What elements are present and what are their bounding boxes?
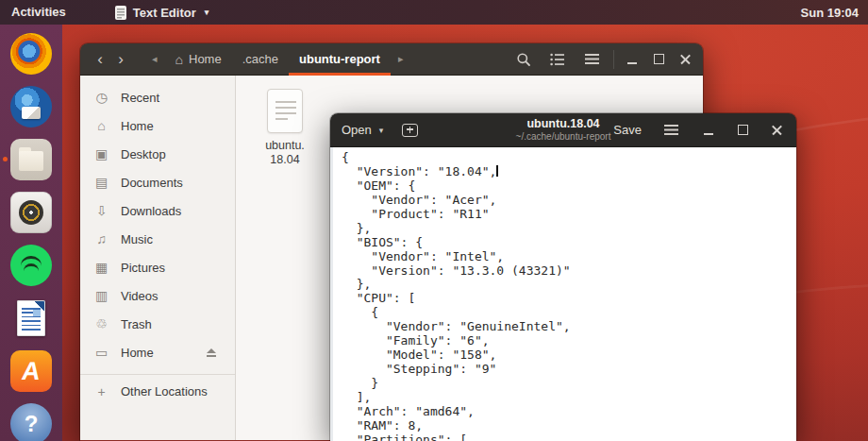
breadcrumb-home-label: Home xyxy=(189,52,222,66)
sidebar-item[interactable]: ⇩ Downloads xyxy=(80,196,235,225)
editor-line: "OEM": { xyxy=(342,179,796,194)
minimize-button[interactable] xyxy=(700,122,717,139)
maximize-button[interactable] xyxy=(650,51,667,68)
activities-button[interactable]: Activities xyxy=(0,0,77,25)
sidebar-item[interactable]: ▦ Pictures xyxy=(80,253,235,281)
app-menu-label: Text Editor xyxy=(133,6,196,20)
sidebar-item-label: Desktop xyxy=(121,147,166,161)
sidebar-item[interactable]: ◷ Recent xyxy=(80,83,235,111)
sidebar-item-icon: ◷ xyxy=(93,90,109,105)
dock-app-icon xyxy=(10,297,52,339)
sidebar-item-icon: ⇩ xyxy=(93,203,109,218)
files-sidebar: ◷ Recent ⌂ Home ▣ Desktop ▤ Documents xyxy=(80,76,236,440)
sidebar-item[interactable]: ♲ Trash xyxy=(80,310,235,338)
open-button[interactable]: Open ▾ xyxy=(342,123,383,137)
text-cursor xyxy=(496,165,498,177)
path-scroll-left-icon[interactable]: ◂ xyxy=(144,53,165,65)
editor-line: "Vendor": "Acer", xyxy=(342,194,796,208)
editor-line: "Vendor": "Intel", xyxy=(342,250,796,264)
back-button[interactable]: ‹ xyxy=(90,43,110,76)
dock-app-icon: ? xyxy=(10,403,52,441)
chevron-down-icon: ▾ xyxy=(379,126,384,135)
sidebar-item-label: Pictures xyxy=(121,261,165,275)
editor-line: { xyxy=(342,306,796,320)
close-button[interactable] xyxy=(676,51,693,68)
editor-title-block: ubuntu.18.04 ~/.cache/ubuntu-report xyxy=(516,117,611,143)
sidebar-item-label: Other Locations xyxy=(121,384,208,399)
dock-item[interactable] xyxy=(0,245,62,286)
sidebar-item[interactable]: ▤ Documents xyxy=(80,168,235,196)
editor-line: "Family": "6", xyxy=(342,334,796,348)
editor-line: "Stepping": "9" xyxy=(342,363,796,377)
plus-icon: + xyxy=(93,384,109,399)
dock-app-icon xyxy=(10,245,52,286)
close-button[interactable] xyxy=(768,122,785,139)
sidebar-item[interactable]: ▥ Videos xyxy=(80,281,235,310)
sidebar-item-other-locations[interactable]: +Other Locations xyxy=(80,374,235,402)
new-tab-icon[interactable] xyxy=(402,124,418,137)
top-bar: Activities Text Editor ▾ Sun 19:04 xyxy=(0,0,868,25)
breadcrumb-current-label: ubuntu-report xyxy=(299,52,380,66)
dock-item[interactable] xyxy=(0,192,62,233)
dock-app-icon xyxy=(10,86,52,127)
save-button[interactable]: Save xyxy=(613,123,642,137)
minimize-button[interactable] xyxy=(624,51,641,68)
clock[interactable]: Sun 19:04 xyxy=(792,6,868,20)
breadcrumb-cache[interactable]: .cache xyxy=(232,43,289,76)
forward-button[interactable]: › xyxy=(110,43,131,76)
dock-item[interactable] xyxy=(0,139,62,180)
sidebar-item[interactable]: ▣ Desktop xyxy=(80,140,235,168)
path-scroll-right-icon[interactable]: ▸ xyxy=(391,53,411,65)
list-view-icon[interactable] xyxy=(545,47,570,72)
sidebar-item-icon: ⌂ xyxy=(93,118,109,133)
breadcrumb: ◂ ⌂ Home .cache ubuntu-report ▸ xyxy=(144,43,410,76)
editor-line: "Vendor": "GenuineIntel", xyxy=(342,320,796,334)
breadcrumb-current[interactable]: ubuntu-report xyxy=(289,43,391,76)
sidebar-item-icon: ▥ xyxy=(93,288,109,303)
editor-line: } xyxy=(342,377,796,391)
editor-line: "Arch": "amd64", xyxy=(342,405,796,419)
sidebar-item-icon: ▣ xyxy=(93,146,109,161)
file-item-ubuntu-18-04[interactable]: ubuntu. 18.04 xyxy=(247,89,323,166)
sidebar-item[interactable]: ▭ Home xyxy=(80,338,235,366)
dock-item[interactable] xyxy=(0,86,62,127)
editor-line: "Partitions": [ xyxy=(342,433,796,441)
editor-text-area[interactable]: { "Version": "18.04", "OEM": { "Vendor":… xyxy=(330,147,796,441)
sidebar-item-label: Recent xyxy=(121,91,159,105)
sidebar-item[interactable]: ♫ Music xyxy=(80,225,235,253)
dock-item[interactable]: A xyxy=(0,350,62,392)
dock-app-glyph: ? xyxy=(10,403,52,441)
editor-line: "CPU": [ xyxy=(342,292,796,306)
header-divider xyxy=(613,50,614,69)
sidebar-item-icon: ▤ xyxy=(93,175,109,190)
sidebar-item-icon: ▦ xyxy=(93,260,109,275)
file-name: ubuntu. 18.04 xyxy=(247,139,323,166)
maximize-button[interactable] xyxy=(734,122,751,139)
sidebar-item-label: Downloads xyxy=(121,204,181,218)
app-menu-button[interactable]: Text Editor ▾ xyxy=(115,0,209,25)
sidebar-item-icon: ♲ xyxy=(93,316,109,331)
chevron-down-icon: ▾ xyxy=(205,8,209,17)
dock-item[interactable] xyxy=(0,33,62,75)
text-editor-icon xyxy=(115,6,126,20)
files-titlebar[interactable]: ‹ › ◂ ⌂ Home .cache ubuntu-report ▸ xyxy=(80,43,703,76)
sidebar-item-label: Home xyxy=(121,119,154,133)
home-icon: ⌂ xyxy=(175,52,183,67)
window-subtitle: ~/.cache/ubuntu-report xyxy=(516,131,611,143)
menu-icon[interactable] xyxy=(659,118,683,143)
editor-line: { xyxy=(342,151,796,165)
editor-line: }, xyxy=(342,222,796,236)
editor-line: "RAM": 8, xyxy=(342,419,796,433)
sidebar-item[interactable]: ⌂ Home xyxy=(80,111,235,140)
text-editor-window: Open ▾ ubuntu.18.04 ~/.cache/ubuntu-repo… xyxy=(330,113,796,441)
editor-line: "Version": "13.3.0 (43321)" xyxy=(342,264,796,279)
sidebar-item-icon: ▭ xyxy=(93,345,109,360)
sidebar-item-label: Music xyxy=(121,232,153,246)
breadcrumb-home[interactable]: ⌂ Home xyxy=(165,43,232,76)
running-indicator xyxy=(3,157,8,161)
dock-item[interactable]: ? xyxy=(0,403,62,441)
search-icon[interactable] xyxy=(511,47,536,72)
dock-item[interactable] xyxy=(0,297,62,339)
menu-icon[interactable] xyxy=(579,47,604,72)
editor-titlebar[interactable]: Open ▾ ubuntu.18.04 ~/.cache/ubuntu-repo… xyxy=(330,113,796,147)
